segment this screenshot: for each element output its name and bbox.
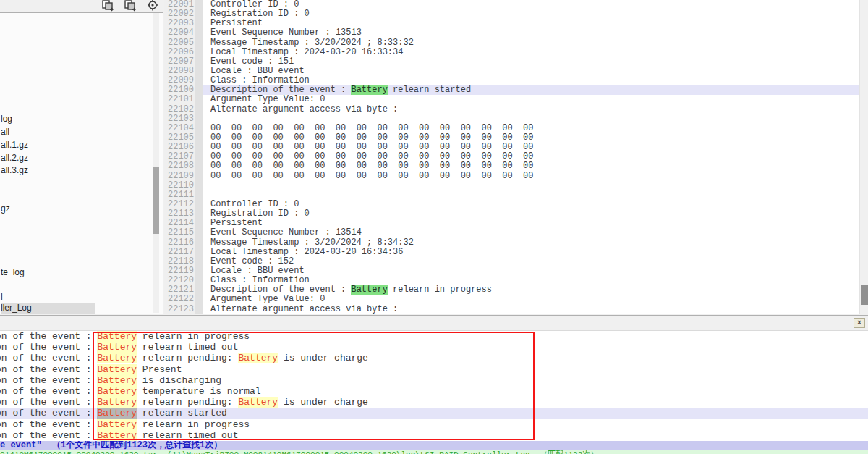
close-icon[interactable]: × <box>854 318 865 328</box>
line-text[interactable]: Alternate argument access via byte : <box>203 305 859 314</box>
editor-line: 2210700 00 00 00 00 00 00 00 00 00 00 00… <box>164 152 859 161</box>
line-text[interactable]: Event code : 152 <box>203 257 859 266</box>
file-item[interactable]: gz <box>1 203 10 214</box>
editor-line: 22110 <box>164 181 859 190</box>
line-text[interactable]: Locale : BBU event <box>203 67 859 76</box>
gutter-strip <box>195 266 203 276</box>
line-number: 22115 <box>164 228 195 237</box>
line-text[interactable]: Registration ID : 0 <box>203 209 859 219</box>
file-item[interactable]: all.2.gz <box>1 153 28 164</box>
result-row[interactable]: on of the event : Battery is discharging <box>0 375 868 386</box>
line-text[interactable]: Controller ID : 0 <box>203 0 859 9</box>
result-prefix: on of the event : <box>0 353 97 363</box>
line-text[interactable]: 00 00 00 00 00 00 00 00 00 00 00 00 00 0… <box>203 143 859 152</box>
line-text[interactable]: Class : Information <box>203 76 859 85</box>
line-text[interactable]: Argument Type Value: 0 <box>203 295 859 304</box>
gutter-strip <box>195 190 203 200</box>
text-run: Message Timestamp : 3/20/2024 ; 8:34:32 <box>210 238 414 248</box>
editor-line: 2210800 00 00 00 00 00 00 00 00 00 00 00… <box>164 161 859 171</box>
line-text[interactable]: Event Sequence Number : 13513 <box>203 28 859 38</box>
result-row[interactable]: on of the event : Battery relearn pendin… <box>0 353 868 363</box>
line-text[interactable]: Message Timestamp : 3/20/2024 ; 8:34:32 <box>203 238 859 248</box>
line-text[interactable]: Description of the event : Battery_relea… <box>203 85 859 95</box>
result-row[interactable]: on of the event : Battery relearn in pro… <box>0 419 868 430</box>
file-item[interactable]: l <box>1 292 3 303</box>
line-text[interactable]: Persistent <box>203 219 859 228</box>
editor-scrollbar-thumb[interactable] <box>861 285 868 305</box>
result-row[interactable]: on of the event : Battery relearn pendin… <box>0 397 868 408</box>
text-run: relearn started <box>393 85 471 95</box>
line-text[interactable]: Message Timestamp : 3/20/2024 ; 8:33:32 <box>203 38 859 48</box>
file-item[interactable]: all <box>1 127 9 138</box>
line-text[interactable]: Event code : 151 <box>203 57 859 67</box>
gutter-strip <box>195 276 203 285</box>
editor-scrollbar[interactable] <box>859 0 868 314</box>
sidebar-scrollbar[interactable] <box>153 13 159 313</box>
result-text-run: is under charge <box>278 353 368 363</box>
text-run: Controller ID : 0 <box>210 0 299 9</box>
line-text[interactable]: Local Timestamp : 2024-03-20 16:33:34 <box>203 48 859 57</box>
gutter-strip <box>195 143 203 152</box>
text-run: Description of the event : <box>210 285 351 295</box>
line-text[interactable]: Registration ID : 0 <box>203 9 859 19</box>
result-row[interactable]: on of the event : Battery relearn timed … <box>0 342 868 353</box>
log-editor: 22091Controller ID : 022092Registration … <box>164 0 868 314</box>
gutter-strip <box>195 124 203 133</box>
result-row[interactable]: on of the event : Battery temperature is… <box>0 386 868 397</box>
file-item[interactable]: te_log <box>1 267 25 278</box>
line-text[interactable]: Persistent <box>203 19 859 28</box>
export-log-icon[interactable] <box>101 0 115 12</box>
result-row-text: on of the event : Battery relearn in pro… <box>0 419 250 430</box>
line-text[interactable]: Alternate argument access via byte : <box>203 105 859 114</box>
text-run: Argument Type Value: 0 <box>210 95 325 104</box>
file-item[interactable]: ller_Log <box>1 303 95 314</box>
gutter-strip <box>195 200 203 209</box>
gutter-strip <box>195 257 203 266</box>
line-text[interactable]: Class : Information <box>203 276 859 285</box>
result-text-run: is discharging <box>137 375 221 386</box>
line-text[interactable] <box>203 190 859 200</box>
battery-match: Battery <box>97 375 137 386</box>
line-text[interactable]: Controller ID : 0 <box>203 200 859 209</box>
line-text[interactable] <box>203 181 859 190</box>
editor-line: 22101Argument Type Value: 0 <box>164 95 859 104</box>
editor-line: 2210600 00 00 00 00 00 00 00 00 00 00 00… <box>164 143 859 152</box>
file-item[interactable]: all.1.gz <box>1 140 28 151</box>
editor-line: 22096Local Timestamp : 2024-03-20 16:33:… <box>164 48 859 57</box>
result-row-text: on of the event : Battery relearn timed … <box>0 342 238 353</box>
line-text[interactable]: Description of the event : Battery relea… <box>203 285 859 295</box>
gutter-strip <box>195 248 203 257</box>
line-text[interactable]: 00 00 00 00 00 00 00 00 00 00 00 00 00 0… <box>203 172 859 181</box>
line-text[interactable]: Argument Type Value: 0 <box>203 95 859 104</box>
gutter-strip <box>195 209 203 219</box>
result-row[interactable]: on of the event : Battery Present <box>0 364 868 375</box>
battery-match: Battery <box>97 430 137 441</box>
line-text[interactable] <box>203 114 859 124</box>
result-row[interactable]: on of the event : Battery relearn starte… <box>0 408 868 419</box>
line-text[interactable]: 00 00 00 00 00 00 00 00 00 00 00 00 00 0… <box>203 133 859 143</box>
file-item[interactable]: all.3.gz <box>1 165 28 176</box>
text-run: Persistent <box>210 219 263 228</box>
line-text[interactable]: Event Sequence Number : 13514 <box>203 228 859 237</box>
result-prefix: on of the event : <box>0 342 97 353</box>
text-run: Alternate argument access via byte : <box>210 105 398 114</box>
editor-line: 22116Message Timestamp : 3/20/2024 ; 8:3… <box>164 238 859 248</box>
file-item[interactable]: log <box>1 114 12 125</box>
result-text-run: relearn timed out <box>137 342 238 353</box>
gutter-strip <box>195 305 203 314</box>
line-text[interactable]: Local Timestamp : 2024-03-20 16:34:36 <box>203 248 859 257</box>
line-text[interactable]: 00 00 00 00 00 00 00 00 00 00 00 00 00 0… <box>203 161 859 171</box>
sidebar-toolbar <box>0 0 163 13</box>
result-row[interactable]: on of the event : Battery relearn timed … <box>0 430 868 441</box>
locate-target-icon[interactable] <box>145 0 160 12</box>
line-text[interactable]: Locale : BBU event <box>203 266 859 276</box>
result-row[interactable]: on of the event : Battery relearn in pro… <box>0 331 868 342</box>
result-text-run: relearn in progress <box>137 331 250 342</box>
search-results-panel: × on of the event : Battery relearn in p… <box>0 315 868 454</box>
line-text[interactable]: 00 00 00 00 00 00 00 00 00 00 00 00 00 0… <box>203 152 859 161</box>
line-text[interactable]: 00 00 00 00 00 00 00 00 00 00 00 00 00 0… <box>203 124 859 133</box>
sidebar-scrollbar-thumb[interactable] <box>153 167 159 234</box>
battery-match: Battery <box>97 364 137 375</box>
export-log-2-icon[interactable] <box>123 0 137 12</box>
gutter-strip <box>195 295 203 304</box>
